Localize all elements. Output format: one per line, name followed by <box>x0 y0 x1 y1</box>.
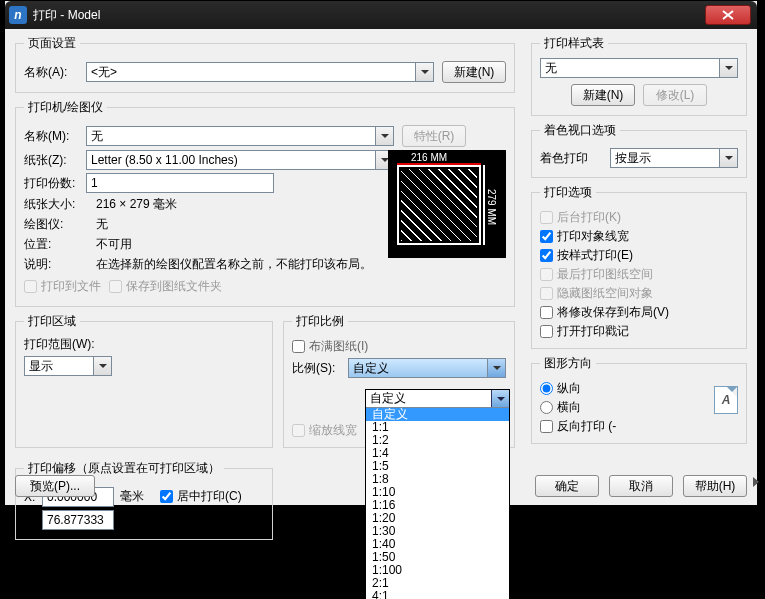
paper-label: 纸张(Z): <box>24 152 86 169</box>
style-edit-button[interactable]: 修改(L) <box>643 84 707 106</box>
chevron-down-icon <box>487 359 505 377</box>
ok-button[interactable]: 确定 <box>535 475 599 497</box>
chevron-down-icon <box>375 127 393 145</box>
right-column: 打印样式表 无 新建(N) 修改(L) 着色视口选项 着色打印 按显示 <box>531 35 747 450</box>
size-value: 216 × 279 毫米 <box>96 196 177 213</box>
ratio-label: 比例(S): <box>292 360 348 377</box>
style-legend: 打印样式表 <box>540 35 608 52</box>
area-group: 打印区域 打印范围(W): 显示 <box>15 313 273 448</box>
paper-combo[interactable]: Letter (8.50 x 11.00 Inches) <box>86 150 394 170</box>
style-new-button[interactable]: 新建(N) <box>571 84 635 106</box>
orient-group: 图形方向 纵向 横向 反向打印 (- A <box>531 355 747 444</box>
viewport-legend: 着色视口选项 <box>540 122 620 139</box>
style-combo[interactable]: 无 <box>540 58 738 78</box>
desc-label: 说明: <box>24 256 96 273</box>
chevron-down-icon <box>719 59 737 77</box>
page-setup-legend: 页面设置 <box>24 35 80 52</box>
help-button[interactable]: 帮助(H) <box>683 475 747 497</box>
page-name-label: 名称(A): <box>24 64 86 81</box>
printer-name-combo[interactable]: 无 <box>86 126 394 146</box>
page-setup-group: 页面设置 名称(A): <无> 新建(N) <box>15 35 515 93</box>
offset-group: 打印偏移（原点设置在可打印区域） X: 毫米 居中打印(C) Y: 毫米 <box>15 460 273 540</box>
range-combo[interactable]: 显示 <box>24 356 112 376</box>
preview-button[interactable]: 预览(P)... <box>15 475 95 497</box>
area-legend: 打印区域 <box>24 313 80 330</box>
y-input[interactable] <box>42 510 114 530</box>
hide-obj-checkbox <box>540 287 553 300</box>
shade-label: 着色打印 <box>540 150 610 167</box>
print-dialog: n 打印 - Model 页面设置 名称(A): <无> 新建(N) 打印 <box>4 0 758 506</box>
bg-print-checkbox <box>540 211 553 224</box>
dialog-body: 页面设置 名称(A): <无> 新建(N) 打印机/绘图仪 名称(M): 无 <box>5 29 757 505</box>
chevron-down-icon <box>415 63 433 81</box>
printer-legend: 打印机/绘图仪 <box>24 99 107 116</box>
to-file-checkbox <box>24 280 37 293</box>
save-pdf-checkbox <box>109 280 122 293</box>
copies-label: 打印份数: <box>24 175 86 192</box>
lw-checkbox[interactable] <box>540 230 553 243</box>
copies-input[interactable] <box>86 173 274 193</box>
scale-lw-checkbox <box>292 424 305 437</box>
viewport-group: 着色视口选项 着色打印 按显示 <box>531 122 747 178</box>
page-name-combo[interactable]: <无> <box>86 62 434 82</box>
paper-preview: 216 MM 279 MM <box>388 150 506 258</box>
options-group: 打印选项 后台打印(K) 打印对象线宽 按样式打印(E) 最后打印图纸空间 隐藏… <box>531 184 747 349</box>
printer-props-button[interactable]: 特性(R) <box>402 125 466 147</box>
save-layout-checkbox[interactable] <box>540 306 553 319</box>
close-icon <box>722 10 734 20</box>
ratio-combo[interactable]: 自定义 <box>348 358 506 378</box>
close-button[interactable] <box>705 5 751 25</box>
plotter-label: 绘图仪: <box>24 216 96 233</box>
page-new-button[interactable]: 新建(N) <box>442 61 506 83</box>
plotter-value: 无 <box>96 216 108 233</box>
y-label: Y: <box>24 513 42 527</box>
ratio-option[interactable]: 4:1 <box>366 590 509 599</box>
location-label: 位置: <box>24 236 96 253</box>
desc-value: 在选择新的绘图仪配置名称之前，不能打印该布局。 <box>96 256 372 273</box>
reverse-checkbox[interactable] <box>540 420 553 433</box>
window-title: 打印 - Model <box>33 7 705 24</box>
printer-group: 打印机/绘图仪 名称(M): 无 特性(R) 纸张(Z): Letter (8.… <box>15 99 515 307</box>
chevron-down-icon <box>719 149 737 167</box>
fit-checkbox[interactable] <box>292 340 305 353</box>
style-group: 打印样式表 无 新建(N) 修改(L) <box>531 35 747 116</box>
chevron-down-icon <box>491 390 509 407</box>
app-icon: n <box>9 6 27 24</box>
orientation-icon: A <box>714 386 738 414</box>
shade-combo[interactable]: 按显示 <box>610 148 738 168</box>
options-legend: 打印选项 <box>540 184 596 201</box>
chevron-down-icon <box>93 357 111 375</box>
titlebar[interactable]: n 打印 - Model <box>5 1 757 29</box>
expand-icon[interactable] <box>753 477 759 487</box>
location-value: 不可用 <box>96 236 132 253</box>
last-space-checkbox <box>540 268 553 281</box>
range-label: 打印范围(W): <box>24 336 264 353</box>
scale-legend: 打印比例 <box>292 313 348 330</box>
ratio-dropdown[interactable]: 自定义 自定义1:11:21:41:51:81:101:161:201:301:… <box>365 389 510 599</box>
style-print-checkbox[interactable] <box>540 249 553 262</box>
size-label: 纸张大小: <box>24 196 96 213</box>
cancel-button[interactable]: 取消 <box>609 475 673 497</box>
orient-legend: 图形方向 <box>540 355 596 372</box>
stamp-checkbox[interactable] <box>540 325 553 338</box>
landscape-radio[interactable] <box>540 401 553 414</box>
portrait-radio[interactable] <box>540 382 553 395</box>
printer-name-label: 名称(M): <box>24 128 86 145</box>
